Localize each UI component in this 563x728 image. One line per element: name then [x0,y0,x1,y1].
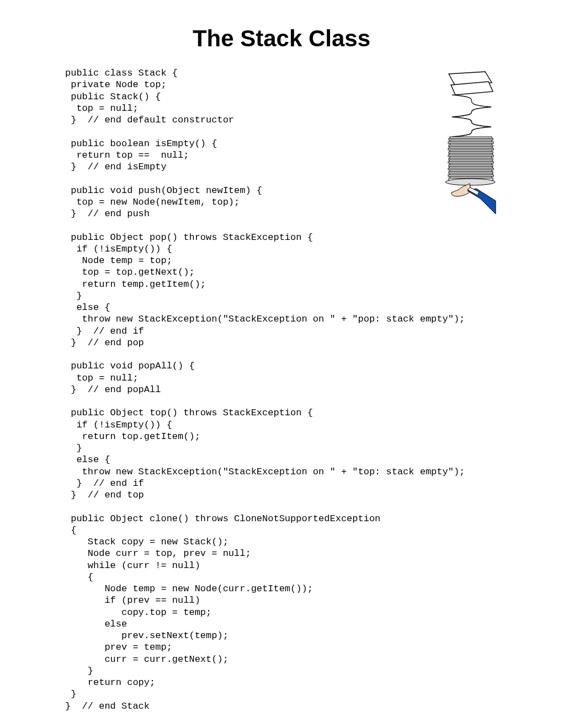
page-title: The Stack Class [0,0,563,57]
code-block: public class Stack { private Node top; p… [65,67,530,712]
page-content: public class Stack { private Node top; p… [0,67,563,712]
